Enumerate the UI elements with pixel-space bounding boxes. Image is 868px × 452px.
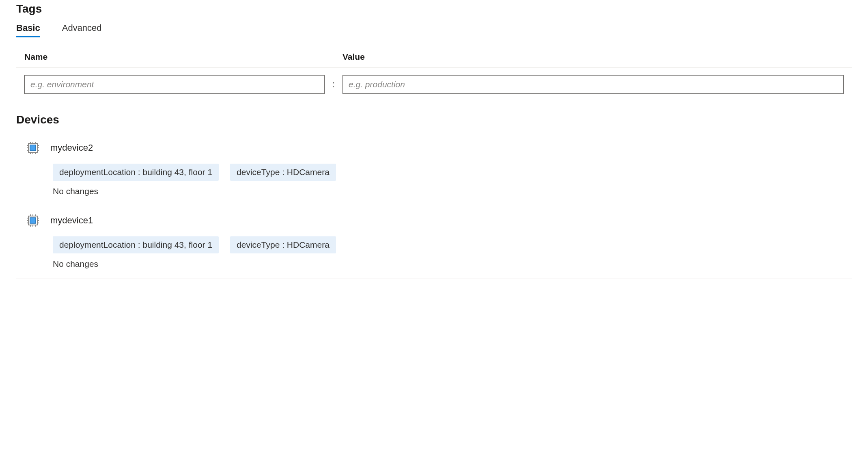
- device-status: No changes: [53, 186, 844, 196]
- device-item: mydevice2 deploymentLocation : building …: [16, 134, 852, 206]
- svg-rect-15: [30, 218, 36, 223]
- tags-input-row: :: [16, 68, 852, 101]
- tag-separator: :: [325, 79, 342, 90]
- tags-columns-header: Name Value: [16, 52, 852, 68]
- device-name[interactable]: mydevice1: [50, 215, 93, 226]
- tab-advanced[interactable]: Advanced: [62, 23, 102, 37]
- tag-name-input[interactable]: [24, 75, 325, 94]
- devices-section-title: Devices: [16, 113, 852, 126]
- tags-section-title: Tags: [16, 2, 852, 15]
- device-tag-pill: deviceType : HDCamera: [230, 164, 336, 181]
- device-tag-pill: deviceType : HDCamera: [230, 236, 336, 253]
- device-tag-pill: deploymentLocation : building 43, floor …: [53, 236, 219, 253]
- tab-basic[interactable]: Basic: [16, 23, 40, 37]
- chip-icon: [24, 212, 41, 229]
- tag-value-input[interactable]: [342, 75, 844, 94]
- device-item: mydevice1 deploymentLocation : building …: [16, 206, 852, 279]
- device-name[interactable]: mydevice2: [50, 143, 93, 153]
- tags-column-value: Value: [342, 52, 844, 62]
- device-status: No changes: [53, 259, 844, 269]
- tags-tabs: Basic Advanced: [16, 23, 852, 37]
- chip-icon: [24, 139, 41, 156]
- svg-rect-1: [30, 145, 36, 151]
- device-tag-pill: deploymentLocation : building 43, floor …: [53, 164, 219, 181]
- tags-column-name: Name: [24, 52, 325, 62]
